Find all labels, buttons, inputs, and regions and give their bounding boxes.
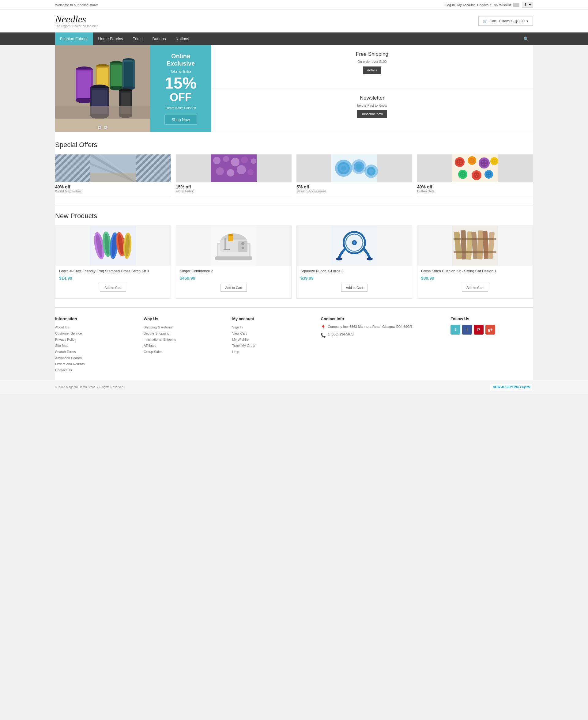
checkout-link[interactable]: Checkout <box>477 3 491 7</box>
svg-point-92 <box>489 173 490 174</box>
offer-divider-4 <box>417 196 533 197</box>
footer-link-affiliates: Affiliates <box>144 343 226 348</box>
cart-amount: $0.00 <box>516 19 525 23</box>
hero-image: ‹ › <box>55 45 150 132</box>
svg-point-70 <box>482 164 484 165</box>
product-name-1: Learn-A-Craft Friendly Frog Stamped Cros… <box>59 269 167 274</box>
paypal-brand-text: PayPal <box>520 386 530 389</box>
svg-point-74 <box>493 160 494 161</box>
footer-link-orders-returns: Orders and Returns <box>55 362 138 366</box>
offer-image-4[interactable] <box>417 155 533 182</box>
footer-information-title: Information <box>55 316 138 321</box>
svg-point-127 <box>353 242 356 244</box>
svg-point-75 <box>495 160 496 161</box>
add-to-cart-button-1[interactable]: Add to Cart <box>100 284 126 292</box>
footer-information-links: About Us Customer Service Privacy Policy… <box>55 325 138 372</box>
add-to-cart-button-4[interactable]: Add to Cart <box>462 284 488 292</box>
svg-point-113 <box>241 247 244 249</box>
hero-prev-btn[interactable]: ‹ <box>98 125 102 129</box>
add-to-cart-button-3[interactable]: Add to Cart <box>341 284 368 292</box>
product-info-2: Singer Confidence 2 $459.99 Add to Cart <box>176 266 291 299</box>
products-grid: Learn-A-Craft Friendly Frog Stamped Cros… <box>55 226 533 299</box>
product-image-3[interactable] <box>297 226 412 266</box>
pinterest-button[interactable]: P <box>474 325 484 334</box>
offer-item-3: 5% off Sewing Accessories <box>296 155 412 197</box>
product-name-2: Singer Confidence 2 <box>180 269 288 274</box>
footer-information: Information About Us Customer Service Pr… <box>55 316 138 374</box>
offer-item-2: 15% off Floral Fabric <box>176 155 292 197</box>
footer-contact: Contact Info 📍 Company Inc. 3863 Marmora… <box>321 316 444 374</box>
footer-link-track-my-order: Track My Order <box>232 343 315 348</box>
shipping-details-button[interactable]: details <box>363 66 381 74</box>
add-to-cart-button-2[interactable]: Add to Cart <box>220 284 247 292</box>
offer-image-2[interactable] <box>176 155 292 182</box>
product-image-4[interactable] <box>417 226 532 266</box>
svg-point-50 <box>356 164 362 170</box>
footer-link-privacy-policy: Privacy Policy <box>55 337 138 342</box>
nav-item-home-fabrics[interactable]: Home Fabrics <box>93 33 128 45</box>
offer-name-1: World Map Fabric <box>55 189 171 193</box>
offer-item-1: 40% off World Map Fabric <box>55 155 171 197</box>
new-products-title: New Products <box>55 212 533 220</box>
hero-side: Free Shipping On order over $100 details… <box>211 45 533 132</box>
chevron-down-icon: ▾ <box>526 19 528 23</box>
main-content: Special Offers 40% off World Map Fabric <box>55 132 533 307</box>
nav-item-fashion-fabrics[interactable]: Fashion Fabrics <box>55 33 93 45</box>
twitter-button[interactable]: t <box>450 325 460 334</box>
svg-rect-42 <box>211 155 257 182</box>
hero-next-btn[interactable]: › <box>104 125 108 129</box>
svg-point-57 <box>458 161 459 162</box>
product-image-1[interactable] <box>56 226 171 266</box>
product-name-4: Cross Stitch Cushion Kit - Sitting Cat D… <box>421 269 529 274</box>
svg-point-86 <box>475 174 476 175</box>
nav-item-trims[interactable]: Trims <box>128 33 147 45</box>
footer-link-group-sales: Group Sales <box>144 349 226 354</box>
footer-phone-text: 1 (800) 234-5678 <box>328 332 353 336</box>
product-price-4: $39.99 <box>421 276 529 281</box>
offer-image-1[interactable] <box>55 155 171 182</box>
svg-rect-133 <box>477 230 483 260</box>
product-card-4: Cross Stitch Cushion Kit - Sitting Cat D… <box>417 226 533 299</box>
footer: Information About Us Customer Service Pr… <box>55 307 533 380</box>
hero-shipping-panel: Free Shipping On order over $100 details <box>211 45 533 89</box>
top-bar-right: Log In My Account Checkout My Wishlist $… <box>445 2 533 8</box>
svg-rect-137 <box>454 251 497 253</box>
google-plus-button[interactable]: g+ <box>485 325 495 334</box>
footer-grid: Information About Us Customer Service Pr… <box>55 316 533 374</box>
subscribe-now-button[interactable]: subscribe now <box>357 110 387 118</box>
promo-percent-value: 15% <box>165 74 196 92</box>
footer-address: 📍 Company Inc. 3863 Marmora Road, Glasgo… <box>321 325 444 330</box>
cart-button[interactable]: 🛒 Cart: 0 item(s) $0.00 ▾ <box>478 17 533 26</box>
product-price-3: $39.99 <box>300 276 408 281</box>
promo-percent: 15% <box>165 75 196 91</box>
svg-point-68 <box>482 161 484 163</box>
svg-point-82 <box>461 174 462 176</box>
offer-image-3[interactable] <box>296 155 412 182</box>
nav-item-notions[interactable]: Notions <box>171 33 194 45</box>
my-wishlist-link[interactable]: My Wishlist <box>494 3 511 7</box>
welcome-text: Welcome to our online store! <box>55 3 98 7</box>
currency-select[interactable]: $ € <box>522 2 533 8</box>
facebook-button[interactable]: f <box>462 325 472 334</box>
product-info-4: Cross Stitch Cushion Kit - Sitting Cat D… <box>417 266 532 299</box>
nav-item-buttons[interactable]: Buttons <box>147 33 171 45</box>
shop-now-button[interactable]: Shop Now <box>165 115 197 125</box>
promo-subtitle: Take an Extra <box>170 69 191 73</box>
product-image-2[interactable] <box>176 226 291 266</box>
logo-wrap: Needles The Biggest Choice on the Web <box>55 14 98 28</box>
svg-point-60 <box>460 163 462 164</box>
my-account-link[interactable]: My Account <box>457 3 475 7</box>
footer-link-view-cart: View Cart <box>232 331 315 335</box>
offer-divider-3 <box>296 196 412 197</box>
offer-item-4: 40% off Button Sets <box>417 155 533 197</box>
offer-discount-4: 40% off <box>417 184 533 189</box>
svg-point-58 <box>460 161 462 162</box>
promo-lorem: Lorem Ipsum Dolor Sit <box>165 106 196 110</box>
logo[interactable]: Needles <box>55 14 98 24</box>
login-link[interactable]: Log In <box>445 3 455 7</box>
svg-point-56 <box>456 159 463 165</box>
svg-point-88 <box>476 176 477 177</box>
product-price-2: $459.99 <box>180 276 288 281</box>
product-info-1: Learn-A-Craft Friendly Frog Stamped Cros… <box>56 266 171 299</box>
search-icon[interactable]: 🔍 <box>519 33 533 45</box>
